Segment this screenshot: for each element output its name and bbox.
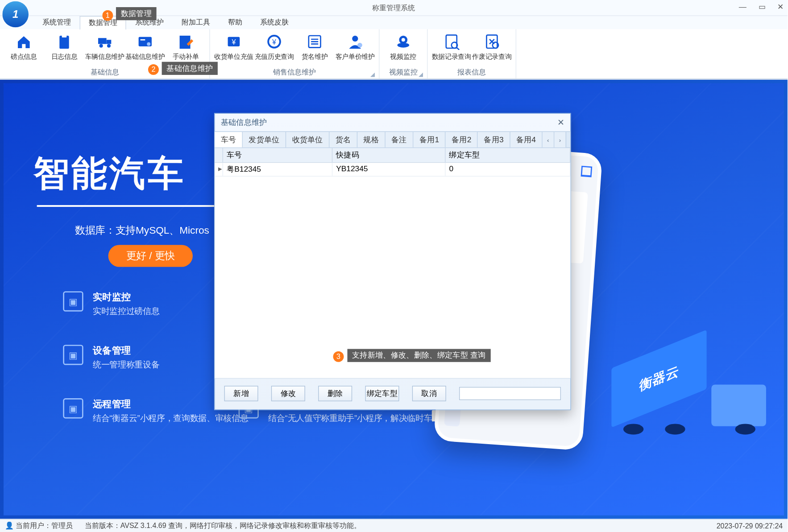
table-row[interactable]: ▸粤B12345YB123450 — [215, 163, 570, 177]
feature-icon: ▣ — [63, 398, 83, 418]
minimize-button[interactable]: — — [739, 2, 747, 11]
svg-rect-3 — [107, 40, 112, 44]
svg-point-8 — [147, 42, 150, 46]
camera-icon — [394, 33, 412, 50]
list-icon — [306, 33, 323, 50]
hero-subtitle: 数据库：支持MySQL、Micros — [75, 223, 209, 237]
dialog-tab-4[interactable]: 规格 — [357, 132, 386, 148]
close-button[interactable]: ✕ — [777, 2, 784, 11]
ribbon-btn-2-0[interactable]: 视频监控 — [383, 32, 423, 62]
truck-illustration: 衡器云 — [611, 337, 766, 432]
svg-point-19 — [357, 43, 362, 48]
dialog-grid[interactable]: ▸粤B12345YB123450 — [215, 163, 570, 378]
col-bind[interactable]: 绑定车型 — [445, 148, 570, 162]
step-2-marker: 2 — [148, 64, 159, 75]
hero-title: 智能汽车 — [33, 150, 186, 198]
user-icon: 👤 — [5, 521, 14, 530]
dialog-tab-7[interactable]: 备用2 — [446, 132, 478, 148]
svg-text:¥: ¥ — [231, 38, 236, 46]
svg-rect-0 — [59, 36, 69, 49]
dialog-tab-1[interactable]: 发货单位 — [243, 132, 286, 148]
menu-tab-5[interactable]: 系统皮肤 — [251, 16, 298, 29]
dialog-tab-3[interactable]: 货名 — [329, 132, 357, 148]
svg-rect-2 — [98, 38, 107, 44]
edit-icon — [177, 33, 195, 50]
dialog-buttons: 新增修改删除绑定车型取消 — [215, 378, 570, 410]
ribbon: 磅点信息日志信息车辆信息维护基础信息维护手动补单基础信息¥收货单位充值¥充值历史… — [0, 29, 788, 79]
feature-1: ▣设备管理统一管理称重设备 — [63, 345, 159, 370]
app-logo: 1 — [2, 1, 29, 28]
menu-tab-4[interactable]: 帮助 — [219, 16, 251, 29]
ribbon-btn-3-1[interactable]: 作废记录查询 — [472, 32, 512, 62]
app-title: 称重管理系统 — [372, 3, 415, 13]
yen-icon: ¥ — [225, 33, 243, 50]
ribbon-btn-1-0[interactable]: ¥收货单位充值 — [214, 32, 254, 62]
svg-point-4 — [100, 44, 103, 48]
ribbon-btn-3-0[interactable]: 数据记录查询 — [431, 32, 472, 62]
step-1-tooltip: 数据管理 — [116, 7, 157, 20]
ribbon-btn-0-0[interactable]: 磅点信息 — [4, 32, 44, 62]
clipboard-icon — [55, 33, 73, 50]
dialog-close-button[interactable]: ✕ — [557, 118, 564, 127]
ribbon-btn-0-1[interactable]: 日志信息 — [44, 32, 85, 62]
svg-text:¥: ¥ — [272, 38, 276, 46]
svg-line-25 — [457, 48, 459, 50]
step-3-marker: 3 — [333, 351, 344, 362]
col-plate[interactable]: 车号 — [223, 148, 332, 162]
ribbon-btn-0-2[interactable]: 车辆信息维护 — [84, 32, 125, 62]
dialog-tab-0[interactable]: 车号 — [215, 132, 243, 148]
ribbon-btn-0-3[interactable]: 基础信息维护 — [125, 32, 166, 62]
dialog-search-input[interactable] — [459, 387, 561, 400]
basic-info-dialog: 基础信息维护 ✕ 车号发货单位收货单位货名规格备注备用1备用2备用3备用4‹› … — [214, 113, 571, 410]
step-1-marker: 1 — [102, 10, 113, 21]
ribbon-btn-1-2[interactable]: 货名维护 — [294, 32, 335, 62]
svg-rect-7 — [141, 39, 145, 41]
feature-icon: ▣ — [63, 291, 83, 311]
menu-tab-3[interactable]: 附加工具 — [173, 16, 219, 29]
maximize-button[interactable]: ▭ — [759, 2, 766, 11]
truck-icon — [96, 33, 114, 50]
feature-0: ▣实时监控实时监控过磅信息 — [63, 291, 159, 317]
dialog-tabs: 车号发货单位收货单位货名规格备注备用1备用2备用3备用4‹› — [215, 132, 570, 148]
step-3-tooltip: 支持新增、修改、删除、绑定车型 查询 — [347, 349, 490, 362]
person-icon — [346, 33, 364, 50]
clock: 2023-07-29 09:27:24 — [717, 522, 783, 530]
home-icon — [15, 33, 33, 50]
ribbon-btn-1-1[interactable]: ¥充值历史查询 — [254, 32, 294, 62]
col-quick[interactable]: 快捷码 — [332, 148, 445, 162]
statusbar: 👤 当前用户：管理员 当前版本：AVSZ 3.1.4.69 查询，网络打印审核，… — [0, 519, 788, 532]
ribbon-btn-1-3[interactable]: 客户单价维护 — [335, 32, 375, 62]
dialog-tab-6[interactable]: 备用1 — [413, 132, 445, 148]
card-icon — [136, 33, 154, 50]
tab-scroll[interactable]: ‹ — [543, 132, 555, 148]
hero-pill: 更好 / 更快 — [108, 245, 193, 267]
dialog-tab-5[interactable]: 备注 — [386, 132, 414, 148]
dialog-btn-删除[interactable]: 删除 — [318, 386, 352, 401]
dialog-tab-9[interactable]: 备用4 — [510, 132, 542, 148]
ribbon-btn-0-4[interactable]: 手动补单 — [166, 32, 206, 62]
dialog-tab-8[interactable]: 备用3 — [478, 132, 510, 148]
svg-point-18 — [352, 36, 358, 41]
feature-icon: ▣ — [63, 345, 83, 365]
yen-refresh-icon: ¥ — [265, 33, 283, 50]
svg-rect-1 — [62, 34, 67, 37]
svg-point-5 — [107, 44, 111, 48]
dialog-title: 基础信息维护 — [221, 117, 267, 128]
dialog-btn-新增[interactable]: 新增 — [224, 386, 258, 401]
svg-point-22 — [402, 38, 405, 41]
step-2-tooltip: 基础信息维护 — [162, 62, 218, 75]
menu-tab-0[interactable]: 系统管理 — [33, 16, 80, 29]
dialog-btn-取消[interactable]: 取消 — [412, 386, 446, 401]
dialog-btn-修改[interactable]: 修改 — [271, 386, 305, 401]
report-icon — [443, 33, 460, 50]
dialog-btn-绑定车型[interactable]: 绑定车型 — [365, 386, 399, 401]
dialog-tab-2[interactable]: 收货单位 — [286, 132, 329, 148]
tab-scroll[interactable]: › — [554, 132, 566, 148]
report-x-icon — [483, 33, 501, 50]
bag-icon — [581, 166, 593, 177]
